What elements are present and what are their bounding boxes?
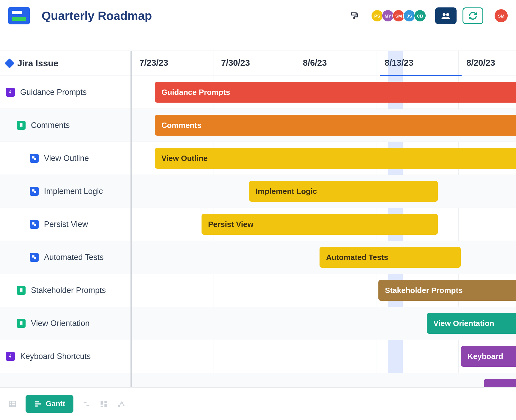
timeline-row: Comments	[132, 109, 516, 142]
svg-rect-7	[34, 224, 36, 226]
gantt-view-button[interactable]: Gantt	[26, 395, 73, 413]
task-label: Comments	[31, 121, 70, 130]
timeline-row: Keyboard	[132, 340, 516, 373]
task-label: Stakeholder Prompts	[31, 286, 106, 295]
gantt-bar[interactable]: Comments	[155, 115, 516, 136]
gantt-bar[interactable]: Guidance Prompts	[155, 82, 516, 103]
app-logo-icon[interactable]	[8, 7, 30, 24]
svg-rect-12	[105, 401, 107, 403]
epic-icon	[6, 88, 15, 97]
subtask-icon	[30, 253, 39, 262]
story-icon	[17, 286, 26, 295]
svg-rect-10	[10, 401, 16, 407]
gantt-view-label: Gantt	[46, 399, 65, 408]
svg-rect-11	[101, 401, 103, 405]
current-user-avatar[interactable]: SM	[495, 9, 508, 22]
timeline-row: Guidance Prompts	[132, 76, 516, 109]
task-label: View Outline	[44, 154, 89, 163]
svg-rect-9	[34, 257, 36, 259]
table-view-button[interactable]	[8, 395, 17, 413]
board-view-button[interactable]	[100, 395, 108, 413]
subtask-icon	[30, 220, 39, 229]
gantt-bar[interactable]: Automated Tests	[320, 247, 461, 268]
gantt-bar[interactable]	[484, 379, 516, 387]
header-actions: PSMYSMJSCB SM	[350, 7, 508, 24]
task-row[interactable]: Keyboard Shortcuts	[0, 340, 130, 373]
gantt-bar[interactable]: View Outline	[155, 148, 516, 169]
gantt-bar[interactable]: Persist View	[202, 214, 438, 235]
task-label: Keyboard Shortcuts	[20, 352, 91, 361]
subtask-icon	[30, 187, 39, 196]
task-label: Guidance Prompts	[20, 88, 87, 97]
header: Quarterly Roadmap PSMYSMJSCB SM	[0, 0, 516, 33]
format-painter-icon[interactable]	[350, 11, 359, 20]
task-label: Automated Tests	[44, 253, 104, 262]
story-icon	[17, 121, 26, 130]
network-view-button[interactable]	[117, 395, 125, 413]
sidebar-header[interactable]: Jira Issue	[0, 51, 130, 76]
subtask-icon	[30, 154, 39, 163]
share-button[interactable]	[435, 7, 457, 24]
timeline-body: Guidance PromptsCommentsView OutlineImpl…	[132, 76, 516, 387]
timeline-row: Stakeholder Prompts	[132, 274, 516, 307]
svg-point-1	[446, 13, 449, 16]
svg-rect-13	[101, 405, 103, 407]
task-row[interactable]: Comments	[0, 109, 130, 142]
task-sidebar: Jira Issue Guidance PromptsCommentsView …	[0, 51, 132, 387]
task-row[interactable]: Stakeholder Prompts	[0, 274, 130, 307]
jira-icon	[4, 58, 15, 68]
timeline-row: Automated Tests	[132, 241, 516, 274]
task-label: Implement Logic	[44, 187, 103, 196]
collaborator-avatars[interactable]: PSMYSMJSCB	[371, 10, 426, 22]
task-row[interactable]: Implement Logic	[0, 175, 130, 208]
svg-point-0	[443, 13, 446, 16]
view-switcher-toolbar: Gantt	[0, 387, 516, 420]
epic-icon	[6, 352, 15, 361]
task-row[interactable]: Guidance Prompts	[0, 76, 130, 109]
svg-point-17	[123, 405, 125, 406]
gantt-timeline[interactable]: 7/23/237/30/238/6/238/13/238/20/23 Guida…	[132, 51, 516, 387]
timeline-row	[132, 373, 516, 387]
svg-rect-5	[34, 191, 36, 193]
task-row[interactable]	[0, 373, 130, 387]
timeline-row: Persist View	[132, 208, 516, 241]
svg-rect-3	[34, 158, 36, 160]
gantt-bar[interactable]: View Orientation	[427, 313, 516, 334]
task-row[interactable]: Automated Tests	[0, 241, 130, 274]
timeline-view-button[interactable]	[82, 395, 91, 413]
gantt-bar[interactable]: Keyboard	[461, 346, 516, 367]
task-row[interactable]: View Orientation	[0, 307, 130, 340]
task-label: View Orientation	[31, 319, 90, 328]
timeline-row: View Orientation	[132, 307, 516, 340]
page-title: Quarterly Roadmap	[42, 9, 350, 23]
task-label: Persist View	[44, 220, 88, 229]
sidebar-header-label: Jira Issue	[17, 58, 58, 68]
task-row[interactable]: View Outline	[0, 142, 130, 175]
refresh-button[interactable]	[462, 7, 483, 24]
timeline-row: View Outline	[132, 142, 516, 175]
gantt-bar[interactable]: Stakeholder Prompts	[378, 280, 516, 301]
collaborator-avatar[interactable]: CB	[414, 10, 426, 22]
gantt-bar[interactable]: Implement Logic	[249, 181, 438, 202]
timeline-row: Implement Logic	[132, 175, 516, 208]
svg-rect-14	[105, 404, 107, 407]
story-icon	[17, 319, 26, 328]
task-row[interactable]: Persist View	[0, 208, 130, 241]
